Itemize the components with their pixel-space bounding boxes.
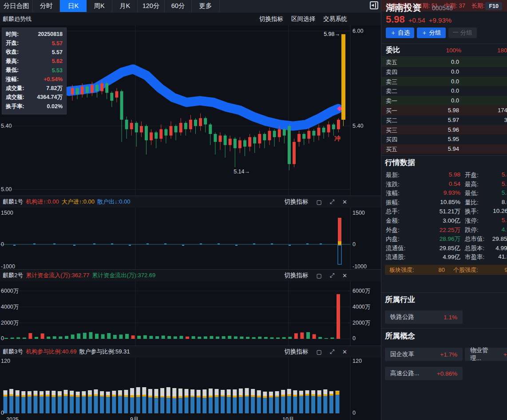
order-book-row: 卖三0.0 — [381, 77, 507, 86]
weibi-label: 委比 — [386, 46, 400, 55]
main-chart-header: 麒麟趋势线 切换指标 区间选择 交易系统 — [0, 12, 381, 25]
tab-60分[interactable]: 60分 — [165, 0, 192, 12]
stock-strength-label: 个股强度: — [453, 266, 478, 274]
sector-strength-box: 板块强度: 80 — [385, 265, 449, 275]
divider — [381, 292, 507, 293]
f10-button[interactable]: F10 — [485, 2, 502, 10]
svg-text:120: 120 — [1, 358, 10, 364]
svg-text:4000万: 4000万 — [353, 304, 370, 310]
tooltip-row: 换手率:0.02% — [6, 102, 63, 111]
order-book-row: 卖四0.0 — [381, 67, 507, 77]
svg-text:6.00: 6.00 — [353, 28, 363, 34]
quote-section-title: 行情数据 — [385, 157, 415, 168]
industry-chip[interactable]: 铁路公路 1.1% — [385, 310, 463, 324]
concept-chip[interactable]: 物业管理... +2.37% — [465, 348, 507, 361]
tooltip-row: 涨幅:+0.54% — [6, 75, 63, 84]
weibi-diff: 1805 — [479, 47, 507, 54]
concept-pct: +2.37% — [503, 351, 507, 358]
tab-日K[interactable]: 日K — [60, 0, 87, 12]
price-row: 5.98 +0.54 +9.93% — [386, 14, 452, 25]
svg-text:6000万: 6000万 — [1, 288, 19, 294]
quote-row: 金额:3.00亿涨停:5.98 — [381, 216, 507, 225]
close-icon[interactable]: ✕ — [342, 199, 347, 205]
order-book-row: 卖二0.0 — [381, 86, 507, 96]
quote-row: 总手:51.21万换手:10.26% — [381, 207, 507, 216]
order-book-row: 买五5.946 — [381, 144, 507, 154]
qilin2-stat-outflow: 累计资金流出(万):372.69 — [92, 271, 155, 279]
svg-text:1500: 1500 — [353, 210, 365, 216]
qilin1-title: 麒麟1号 — [3, 198, 23, 206]
tooltip-row: 开盘:5.57 — [6, 39, 63, 47]
svg-text:2025: 2025 — [6, 416, 19, 420]
quote-row: 振幅:10.85%量比:8.61 — [381, 198, 507, 207]
expand-icon[interactable]: ⤢ — [330, 198, 334, 205]
tab-更多[interactable]: 更多 — [192, 0, 220, 12]
switch-indicator-button[interactable]: 切换指标 — [284, 271, 308, 279]
qilin2-chart[interactable]: 6000万4000万2000万06000万4000万2000万0 — [0, 281, 381, 345]
panel-qilin1-header: 麒麟1号 机构进↑:0.00 大户进↑:0.00 散户出↓:0.00 切换指标 … — [0, 196, 381, 208]
qilin3-chart[interactable]: 1200120020259月10月 — [0, 357, 381, 420]
tab-120分[interactable]: 120分 — [138, 0, 165, 12]
add-group-button[interactable]: ＋ 分组 — [417, 27, 445, 38]
svg-text:4000万: 4000万 — [1, 304, 19, 310]
tooltip-row: 成交量:7.82万 — [6, 84, 63, 93]
quote-row: 内盘:28.96万总市值:29.85亿 — [381, 234, 507, 243]
svg-text:5.40: 5.40 — [1, 123, 12, 129]
svg-text:5.40: 5.40 — [353, 123, 363, 129]
switch-indicator-button[interactable]: 切换指标 — [259, 15, 283, 23]
svg-text:0: 0 — [353, 241, 356, 247]
quote-row: 涨跌:0.54最高:5.98 — [381, 180, 507, 189]
switch-indicator-button[interactable]: 切换指标 — [284, 198, 308, 206]
panel-qilin3-header: 麒麟3号 机构参与比例:40.69 散户参与比例:59.31 切换指标 ▢ ⤢ … — [0, 345, 381, 357]
qilin1-stat-institution: 机构进↑:0.00 — [26, 198, 59, 206]
close-icon[interactable]: ✕ — [342, 349, 347, 355]
collapse-panel-icon[interactable]: ◀ — [370, 1, 378, 9]
qilin3-title: 麒麟3号 — [3, 348, 23, 356]
svg-text:9月: 9月 — [130, 416, 139, 420]
tab-分时[interactable]: 分时 — [33, 0, 60, 12]
concept-chip[interactable]: 国企改革 +1.7% — [385, 348, 463, 361]
panel-bar-icon — [375, 3, 376, 8]
divider — [381, 328, 507, 329]
sector-strength-value: 80 — [439, 267, 445, 273]
trade-system-button[interactable]: 交易系统 — [323, 15, 347, 23]
float-window-icon[interactable]: ▢ — [316, 349, 321, 355]
watchlist-buttons: ＋ 自选＋ 分组一 分组 — [386, 27, 477, 38]
svg-text:0: 0 — [1, 241, 4, 247]
svg-text:0: 0 — [1, 335, 4, 341]
expand-icon[interactable]: ⤢ — [330, 272, 334, 279]
qilin1-chart[interactable]: 15000-100015000-1000 — [0, 208, 381, 269]
stock-strength-box: 个股强度: 93 — [449, 265, 507, 275]
last-price: 5.98 — [386, 14, 405, 25]
industry-name: 铁路公路 — [390, 313, 414, 321]
quote-row: 最新:5.98开盘:5.44 — [381, 170, 507, 180]
tooltip-row: 时间:20250818 — [6, 30, 63, 39]
svg-text:-1000: -1000 — [353, 263, 367, 269]
add-watchlist-button[interactable]: ＋ 自选 — [386, 27, 414, 38]
svg-text:5.00: 5.00 — [1, 186, 12, 192]
float-window-icon[interactable]: ▢ — [316, 272, 321, 279]
order-book-row: 卖五0.0 — [381, 57, 507, 67]
range-select-button[interactable]: 区间选择 — [291, 15, 315, 23]
switch-indicator-button[interactable]: 切换指标 — [284, 348, 308, 356]
expand-icon[interactable]: ⤢ — [330, 348, 334, 355]
order-book: 卖五0.0卖四0.0卖三0.0卖二0.0卖一0.0买一5.981748买二5.9… — [381, 57, 507, 154]
tab-分日合图[interactable]: 分日合图 — [0, 0, 33, 12]
weibi-value: 100% — [408, 47, 461, 54]
float-window-icon[interactable]: ▢ — [316, 199, 321, 205]
close-icon[interactable]: ✕ — [342, 272, 347, 279]
concept-name: 高速公路... — [390, 369, 419, 377]
remove-group-button[interactable]: 一 分组 — [448, 27, 477, 38]
concept-chip[interactable]: 高速公路... +0.86% — [385, 367, 463, 380]
svg-text:6000万: 6000万 — [353, 288, 370, 294]
qilin2-stat-inflow: 累计资金流入(万):362.77 — [26, 271, 89, 279]
svg-text:120: 120 — [353, 358, 362, 364]
price-change: +0.54 — [408, 16, 425, 24]
tab-周K[interactable]: 周K — [87, 0, 112, 12]
tab-月K[interactable]: 月K — [112, 0, 138, 12]
quote-row: 流通值:29.85亿总股本:4.99亿 — [381, 243, 507, 253]
kline-tooltip: 时间:20250818开盘:5.57收盘:5.57最高:5.62最低:5.53涨… — [2, 27, 67, 114]
qilin3-stat-retail-ratio: 散户参与比例:59.31 — [79, 348, 130, 356]
quote-row: 外盘:22.25万跌停:4.90 — [381, 225, 507, 235]
main-chart-title: 麒麟趋势线 — [3, 15, 32, 23]
